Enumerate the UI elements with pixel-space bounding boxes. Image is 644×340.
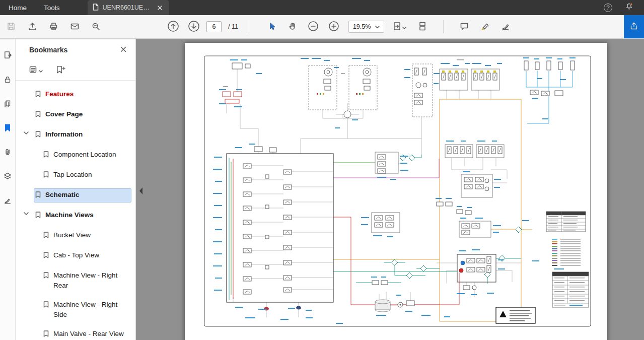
page-thumbnails-button[interactable] [2, 99, 13, 110]
schematic-graphic [185, 43, 607, 340]
page-scrolling-button[interactable] [414, 19, 431, 35]
menu-tools[interactable]: Tools [35, 0, 68, 15]
sign-button[interactable] [497, 19, 514, 35]
bookmark-item-information[interactable]: Information [16, 125, 135, 145]
close-icon [120, 46, 126, 54]
comment-button[interactable] [456, 19, 472, 35]
previous-page-icon [167, 20, 180, 34]
bookmark-item-machine-view-right-side[interactable]: Machine View - Right Side [16, 295, 135, 324]
document-area[interactable] [136, 39, 644, 340]
page-count-label: / 11 [228, 23, 238, 30]
page-scrolling-icon [417, 21, 427, 33]
page-fit-icon [392, 21, 402, 33]
email-icon [69, 21, 80, 33]
bookmarks-panel-button[interactable] [2, 123, 13, 134]
bookmark-icon [35, 191, 41, 201]
signature-icon [3, 196, 12, 207]
lock-icon [3, 75, 12, 86]
notifications-button[interactable] [624, 2, 634, 13]
bookmark-options-icon [29, 65, 37, 75]
highlight-icon [480, 21, 490, 33]
bookmark-icon [43, 171, 49, 181]
share-button-icon [628, 21, 639, 33]
save-button[interactable] [3, 19, 19, 35]
menu-home[interactable]: Home [0, 0, 35, 15]
bell-icon [624, 2, 634, 13]
bookmarks-panel: Bookmarks [16, 39, 136, 340]
highlight-button[interactable] [477, 19, 493, 35]
panel-title: Bookmarks [29, 46, 118, 54]
share-button[interactable] [624, 15, 644, 38]
next-page-button[interactable] [186, 19, 202, 35]
panel-close-button[interactable] [118, 45, 128, 55]
collapse-panel-icon [138, 186, 144, 197]
email-button[interactable] [66, 19, 83, 35]
bookmark-item-schematic[interactable]: Schematic [16, 185, 135, 206]
bookmark-item-component-location[interactable]: Component Location [16, 145, 135, 165]
bookmark-item-cab-top-view[interactable]: Cab - Top View [16, 246, 135, 266]
bookmark-icon [35, 90, 41, 100]
layers-button[interactable] [2, 171, 13, 182]
toolbar-separator [443, 20, 444, 33]
bookmark-icon [35, 130, 41, 141]
toolbar: / 11 19.5% [0, 15, 644, 39]
zoom-out-icon [307, 20, 319, 34]
zoom-out-button[interactable] [305, 19, 321, 35]
bookmark-item-machine-view-right-rear[interactable]: Machine View - Right Rear [16, 266, 135, 295]
titlebar: Home Tools UENR6601UENR66… ? [0, 0, 644, 15]
bookmark-icon [43, 301, 49, 311]
document-tab-label: UENR6601UENR66… [103, 4, 152, 11]
previous-page-button[interactable] [165, 19, 181, 35]
next-page-icon [187, 20, 200, 34]
page-number-input[interactable] [206, 21, 222, 32]
bookmark-item-tap-location[interactable]: Tap Location [16, 165, 135, 185]
tab-close-button[interactable] [156, 4, 164, 12]
lock-button[interactable] [2, 75, 13, 86]
bookmark-item-main-valve-rear-view[interactable]: Main Valve - Rear View [16, 324, 135, 340]
left-rail [0, 39, 16, 340]
bookmarks-tree: Features Cover Page Information [16, 81, 135, 340]
chevron-down-icon[interactable] [24, 128, 34, 138]
bookmark-item-features[interactable]: Features [16, 85, 135, 105]
attachments-button[interactable] [2, 147, 13, 158]
bookmark-options-button[interactable] [29, 65, 43, 75]
print-button[interactable] [45, 19, 61, 35]
signatures-button[interactable] [2, 195, 13, 207]
help-icon: ? [604, 4, 612, 12]
export-pdf-icon [3, 50, 13, 61]
bookmark-item-machine-views[interactable]: Machine Views [16, 206, 135, 226]
hand-tool-icon [288, 21, 298, 33]
chevron-down-icon [375, 23, 380, 30]
toolbar-separator [247, 20, 247, 33]
save-icon [6, 21, 16, 33]
pdf-page [185, 43, 607, 340]
bookmark-icon [43, 271, 49, 282]
new-bookmark-button[interactable] [56, 65, 65, 76]
bookmark-icon [43, 330, 49, 340]
chevron-down-icon[interactable] [24, 209, 34, 219]
zoom-level-dropdown[interactable]: 19.5% [348, 21, 384, 33]
bookmark-icon [43, 151, 49, 161]
attachments-icon [3, 148, 12, 158]
chevron-down-icon [39, 66, 43, 74]
share-file-button[interactable] [24, 19, 40, 35]
help-button[interactable]: ? [604, 4, 612, 12]
hand-tool-button[interactable] [284, 19, 301, 35]
print-icon [48, 21, 58, 33]
bookmark-item-cover-page[interactable]: Cover Page [16, 105, 135, 125]
sign-icon [500, 21, 511, 33]
select-tool-button[interactable] [264, 19, 280, 35]
select-tool-icon [267, 21, 277, 33]
chevron-down-icon [402, 23, 406, 31]
bookmarks-panel-icon [4, 123, 12, 134]
export-pdf-button[interactable] [2, 50, 13, 61]
zoom-level-value: 19.5% [353, 23, 371, 30]
page-fit-button[interactable] [389, 19, 410, 35]
pages-icon [3, 99, 12, 110]
zoom-in-button[interactable] [326, 19, 342, 35]
search-button[interactable] [88, 19, 104, 35]
document-tab[interactable]: UENR6601UENR66… [88, 0, 169, 15]
collapse-panel-button[interactable] [137, 184, 145, 198]
new-bookmark-icon [56, 65, 65, 76]
bookmark-item-bucket-view[interactable]: Bucket View [16, 226, 135, 246]
